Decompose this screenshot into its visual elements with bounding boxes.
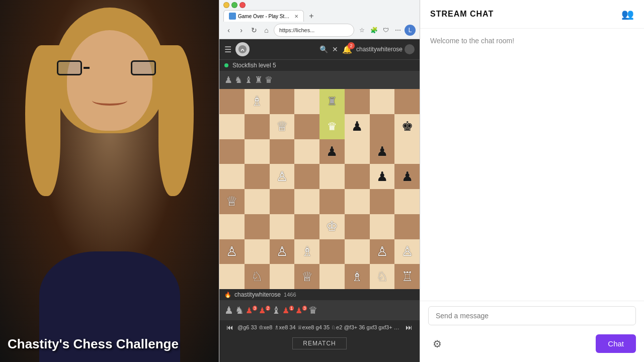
cell-e3[interactable]: ♔ — [319, 214, 345, 239]
cell-d2[interactable]: ♗ — [294, 239, 319, 264]
cell-e6[interactable]: ♟ — [319, 139, 345, 164]
cell-e8[interactable]: ♜ — [319, 89, 345, 114]
cell-e1[interactable] — [319, 264, 345, 289]
chat-send-button[interactable]: Chat — [596, 334, 636, 353]
cell-d8[interactable] — [294, 89, 319, 114]
notification-badge[interactable]: 🔔 2 — [342, 45, 352, 54]
cell-c7[interactable]: ♕ — [270, 114, 295, 139]
cell-g2[interactable]: ♙ — [370, 239, 395, 264]
maximize-button[interactable] — [231, 2, 237, 8]
profile-icon[interactable]: L — [405, 25, 416, 36]
cell-h6[interactable] — [394, 139, 420, 164]
home-button[interactable]: ⌂ — [261, 24, 272, 36]
address-input[interactable] — [274, 24, 354, 37]
cell-c1[interactable] — [270, 264, 295, 289]
cell-a6[interactable] — [219, 139, 245, 164]
cell-f6[interactable] — [345, 139, 370, 164]
cell-e4[interactable] — [319, 189, 345, 214]
cell-d4[interactable] — [294, 189, 319, 214]
cell-b5[interactable] — [245, 164, 270, 189]
cell-g7[interactable] — [370, 114, 395, 139]
cell-d1[interactable]: ♕ — [294, 264, 319, 289]
settings-button[interactable]: ⚙ — [428, 335, 446, 353]
cell-h2[interactable]: ♙ — [394, 239, 420, 264]
cell-h4[interactable] — [394, 189, 420, 214]
cell-b2[interactable] — [245, 239, 270, 264]
cell-e5[interactable] — [319, 164, 345, 189]
chat-input[interactable] — [428, 306, 636, 325]
cell-g8[interactable] — [370, 89, 395, 114]
cell-a2[interactable]: ♙ — [219, 239, 245, 264]
cell-a3[interactable] — [219, 214, 245, 239]
chess-board[interactable]: ♗ ♜ ♕ ♛ ♟ ♚ ♟ ♟ — [219, 89, 420, 289]
cell-c5[interactable]: ♙ — [270, 164, 295, 189]
cell-a7[interactable] — [219, 114, 245, 139]
cell-c8[interactable] — [270, 89, 295, 114]
extensions-icon[interactable]: 🧩 — [368, 25, 379, 36]
cell-f8[interactable] — [345, 89, 370, 114]
cell-g3[interactable] — [370, 214, 395, 239]
cell-g6[interactable]: ♟ — [370, 139, 395, 164]
piece-e8-rook: ♜ — [327, 95, 337, 108]
cell-e2[interactable] — [319, 239, 345, 264]
cell-h5[interactable]: ♟ — [394, 164, 420, 189]
cell-b4[interactable] — [245, 189, 270, 214]
cell-g1[interactable]: ♘ — [370, 264, 395, 289]
menu-icon[interactable]: ☰ — [224, 45, 231, 54]
cell-f3[interactable] — [345, 214, 370, 239]
refresh-button[interactable]: ↻ — [249, 24, 259, 36]
cell-f1[interactable]: ♗ — [345, 264, 370, 289]
active-tab[interactable]: Game Over - Play Stockfish level ✕ — [223, 10, 304, 22]
cell-a8[interactable] — [219, 89, 245, 114]
tab-close-button[interactable]: ✕ — [294, 13, 298, 19]
cell-d5[interactable] — [294, 164, 319, 189]
forward-button[interactable]: › — [236, 24, 247, 36]
last-move-button[interactable]: ⏭ — [404, 322, 415, 332]
cell-d3[interactable] — [294, 214, 319, 239]
close-icon[interactable]: ✕ — [332, 45, 338, 53]
face-shape — [67, 30, 152, 131]
shield-icon[interactable]: 🛡 — [380, 25, 391, 36]
cell-c4[interactable] — [270, 189, 295, 214]
bookmark-icon[interactable]: ☆ — [356, 25, 367, 36]
rematch-button[interactable]: REMATCH — [292, 337, 346, 349]
minimize-button[interactable] — [223, 2, 229, 8]
cell-b8[interactable]: ♗ — [245, 89, 270, 114]
cell-a1[interactable] — [219, 264, 245, 289]
cell-a5[interactable] — [219, 164, 245, 189]
cell-f7[interactable]: ♟ — [345, 114, 370, 139]
cell-h3[interactable] — [394, 214, 420, 239]
cell-g4[interactable] — [370, 189, 395, 214]
cell-f5[interactable] — [345, 164, 370, 189]
chat-users-icon[interactable]: 👥 — [621, 8, 634, 20]
cell-c3[interactable] — [270, 214, 295, 239]
player-captured-2: ♞ — [235, 304, 244, 316]
tab-favicon — [229, 13, 236, 20]
piece-g5: ♟ — [376, 169, 388, 185]
username-display[interactable]: chastitywhiterose — [356, 44, 415, 54]
cell-h8[interactable] — [394, 89, 420, 114]
cell-c6[interactable] — [270, 139, 295, 164]
cell-f2[interactable] — [345, 239, 370, 264]
cell-d7[interactable] — [294, 114, 319, 139]
cell-h1[interactable]: ♖ — [394, 264, 420, 289]
cell-e7[interactable]: ♛ — [319, 114, 345, 139]
cell-a4[interactable]: ♕ — [219, 189, 245, 214]
cell-b7[interactable] — [245, 114, 270, 139]
more-icon[interactable]: ⋯ — [392, 25, 404, 36]
cell-b6[interactable] — [245, 139, 270, 164]
cell-g5[interactable]: ♟ — [370, 164, 395, 189]
piece-king-e3: ♔ — [326, 219, 338, 234]
cell-h7[interactable]: ♚ — [394, 114, 420, 139]
piece-f7: ♟ — [351, 119, 363, 134]
cell-f4[interactable] — [345, 189, 370, 214]
cell-b1[interactable]: ♘ — [245, 264, 270, 289]
search-icon[interactable]: 🔍 — [319, 45, 328, 53]
first-move-button[interactable]: ⏮ — [224, 322, 235, 332]
close-button[interactable] — [239, 2, 246, 8]
new-tab-button[interactable]: + — [306, 11, 317, 22]
back-button[interactable]: ‹ — [223, 24, 234, 36]
cell-b3[interactable] — [245, 214, 270, 239]
cell-c2[interactable]: ♙ — [270, 239, 295, 264]
cell-d6[interactable] — [294, 139, 319, 164]
